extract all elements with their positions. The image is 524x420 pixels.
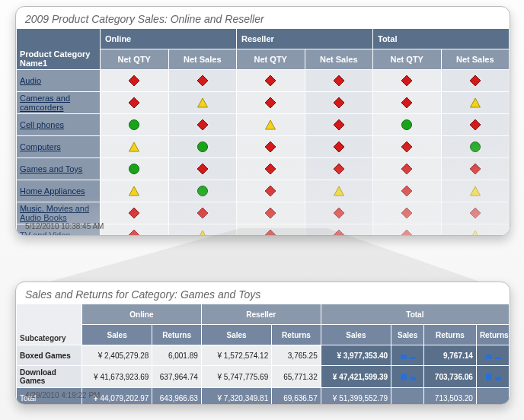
circle-green-icon [196, 141, 209, 153]
svg-marker-46 [401, 230, 412, 236]
kpi-cell [237, 180, 305, 202]
circle-green-icon [401, 119, 413, 131]
svg-marker-26 [265, 164, 276, 174]
kpi-cell [305, 92, 373, 114]
diamond-red-icon [264, 207, 276, 219]
svg-marker-40 [401, 208, 412, 218]
sparkline-cell [476, 366, 509, 388]
category-drill-link[interactable]: Home Appliances [20, 186, 85, 196]
svg-marker-14 [266, 120, 276, 129]
diamond-red-icon [333, 75, 345, 87]
total-cell: 713,503.20 [424, 388, 477, 406]
svg-point-24 [129, 164, 139, 174]
kpi-cell [168, 92, 237, 114]
sparkline-cell [391, 345, 424, 366]
svg-rect-50 [410, 357, 416, 359]
svg-marker-38 [265, 208, 276, 218]
kpi-cell [373, 92, 442, 114]
circle-green-icon [128, 119, 140, 131]
category-row-label: Home Appliances [17, 180, 101, 202]
kpi-cell [441, 136, 510, 158]
total-cell: 643,966.63 [152, 388, 201, 406]
kpi-cell [101, 70, 169, 92]
category-row-label: Computers [17, 136, 101, 158]
diamond-red-icon [401, 75, 413, 87]
diamond-red-icon [333, 163, 345, 175]
circle-green-icon [128, 163, 140, 175]
diamond-red-icon [128, 207, 140, 219]
diamond-red-icon [469, 119, 481, 131]
value-cell: ¥ 3,977,353.40 [321, 345, 391, 366]
svg-marker-33 [334, 186, 343, 196]
svg-marker-11 [470, 98, 480, 107]
kpi-cell [237, 202, 305, 224]
svg-marker-6 [129, 97, 139, 108]
category-drill-link[interactable]: Audio [20, 76, 41, 85]
diamond-red-icon [128, 75, 140, 87]
category-row-label: Games and Toys [17, 158, 101, 180]
subcategory-row-label: Boxed Games [17, 345, 82, 366]
col-sales: Sales [321, 325, 391, 345]
svg-marker-18 [129, 142, 139, 151]
svg-marker-2 [265, 75, 276, 86]
value-cell: 9,767.14 [424, 345, 477, 366]
svg-marker-44 [265, 230, 276, 236]
value-cell: ¥ 5,747,775.69 [201, 366, 271, 388]
triangle-yellow-icon [469, 229, 481, 236]
kpi-cell [441, 114, 510, 136]
category-drill-link[interactable]: Computers [20, 142, 61, 151]
svg-marker-25 [197, 164, 208, 174]
kpi-cell [305, 114, 373, 136]
kpi-cell [305, 180, 373, 202]
category-drill-link[interactable]: Cell phones [20, 120, 64, 129]
kpi-cell [441, 92, 510, 114]
category-drill-link[interactable]: Cameras and camcorders [20, 94, 70, 112]
col-sales: Sales [391, 325, 424, 345]
diamond-red-icon [264, 141, 276, 153]
kpi-cell [441, 202, 510, 224]
diamond-red-icon [333, 141, 345, 153]
svg-marker-32 [265, 186, 276, 196]
svg-marker-48 [23, 228, 501, 289]
kpi-cell [373, 202, 442, 224]
subcategory-row-label: Download Games [17, 366, 82, 388]
category-drill-link[interactable]: Games and Toys [20, 164, 82, 173]
category-row-label: Audio [17, 70, 101, 92]
svg-rect-55 [486, 374, 492, 380]
svg-point-16 [402, 120, 412, 130]
diamond-red-icon [128, 229, 140, 236]
total-cell: ¥ 7,320,349.81 [201, 388, 271, 406]
value-cell: ¥ 1,572,574.12 [201, 345, 271, 366]
col-netqty: Net QTY [237, 49, 305, 70]
svg-point-19 [197, 142, 207, 152]
kpi-cell [101, 136, 169, 158]
svg-rect-56 [495, 377, 501, 380]
diamond-red-icon [469, 75, 481, 87]
svg-rect-53 [401, 374, 407, 380]
diamond-red-icon [401, 207, 413, 219]
col-netsales: Net Sales [168, 49, 237, 70]
kpi-cell [101, 202, 169, 224]
value-cell: ¥ 47,421,599.39 [321, 366, 391, 388]
svg-rect-51 [486, 355, 492, 359]
group-reseller: Reseller [237, 29, 373, 49]
svg-marker-1 [197, 75, 208, 86]
kpi-cell [101, 92, 169, 114]
kpi-cell [237, 70, 305, 92]
detail-timestamp: 4/29/2010 4:19:22 PM [19, 388, 106, 402]
kpi-cell [168, 158, 237, 180]
diamond-red-icon [401, 141, 413, 153]
kpi-cell [373, 114, 442, 136]
group-total: Total [373, 29, 510, 49]
triangle-yellow-icon [196, 97, 209, 109]
diamond-red-icon [469, 207, 481, 219]
sparkline-cell [391, 366, 424, 388]
sparkline-cell [476, 345, 509, 366]
svg-marker-21 [334, 142, 344, 152]
sparkline-icon [484, 350, 506, 361]
circle-green-icon [469, 141, 481, 153]
overview-title: 2009 Product Category Sales: Online and … [16, 7, 510, 28]
kpi-cell [373, 136, 442, 158]
svg-marker-9 [334, 97, 344, 108]
svg-point-23 [470, 142, 480, 152]
